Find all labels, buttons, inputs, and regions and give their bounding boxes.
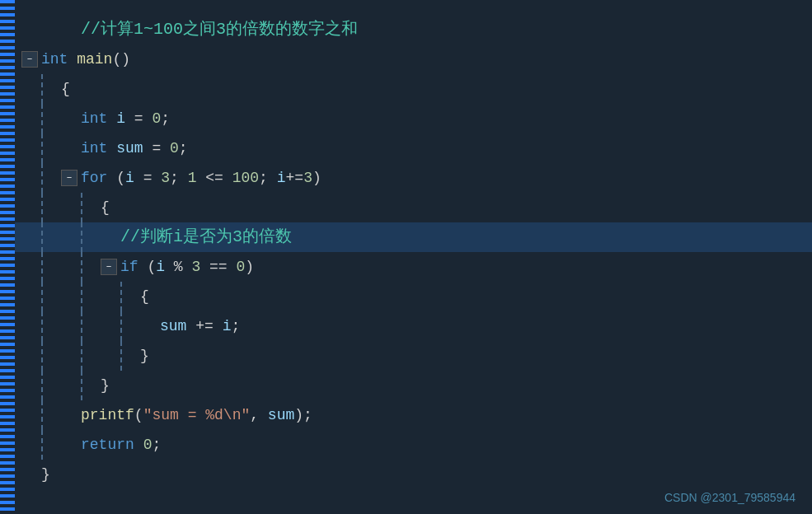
line-comment-if: //判断i是否为3的倍数 <box>15 222 812 252</box>
line-open-brace-1: { <box>15 74 812 104</box>
left-gutter <box>0 0 15 514</box>
line-return: return 0; <box>15 430 812 460</box>
line-for-loop: － for (i = 3; 1 <= 100; i+=3) <box>15 163 812 193</box>
fold-for[interactable]: － <box>61 170 77 186</box>
fold-main[interactable]: － <box>21 51 38 68</box>
fold-if[interactable]: － <box>101 259 117 275</box>
code-editor: //计算1~100之间3的倍数的数字之和 － int main() { <box>0 0 812 514</box>
line-int-sum: int sum = 0; <box>15 133 812 163</box>
line-sum-plus: sum += i; <box>15 311 812 341</box>
line-main-def: － int main() <box>15 44 812 74</box>
code-content: //计算1~100之间3的倍数的数字之和 － int main() { <box>15 8 812 496</box>
line-close-brace-3: } <box>15 341 812 371</box>
line-close-brace-2: } <box>15 371 812 400</box>
line-comment-top: //计算1~100之间3的倍数的数字之和 <box>15 15 812 44</box>
line-open-brace-3: { <box>15 282 812 311</box>
line-open-brace-2: { <box>15 193 812 222</box>
line-int-i: int i = 0; <box>15 104 812 133</box>
line-close-brace-1: } <box>15 460 812 489</box>
watermark: CSDN @2301_79585944 <box>664 491 796 504</box>
line-if-stmt: － if (i % 3 == 0) <box>15 252 812 282</box>
line-printf: printf("sum = %d\n", sum); <box>15 400 812 430</box>
